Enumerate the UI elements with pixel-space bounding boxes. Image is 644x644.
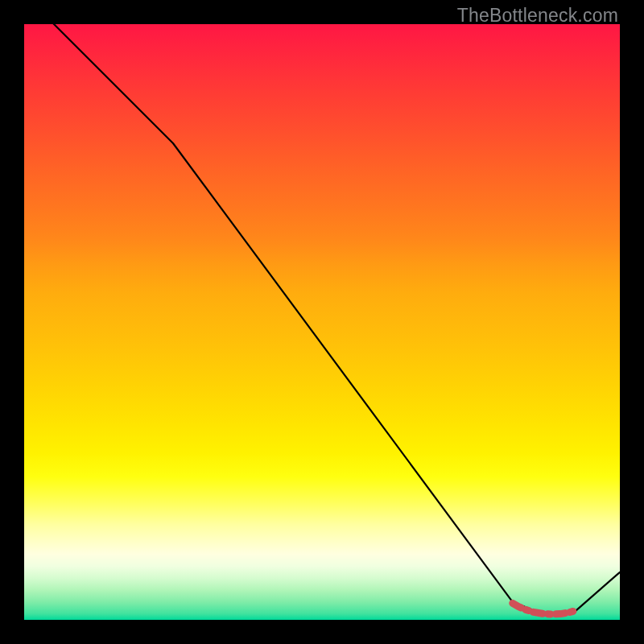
watermark-text: TheBottleneck.com <box>457 5 618 27</box>
chart-overlay <box>24 24 620 620</box>
bottleneck-curve-line <box>24 0 620 614</box>
chart-frame: TheBottleneck.com <box>0 0 644 644</box>
optimal-zone-markers <box>513 603 576 614</box>
